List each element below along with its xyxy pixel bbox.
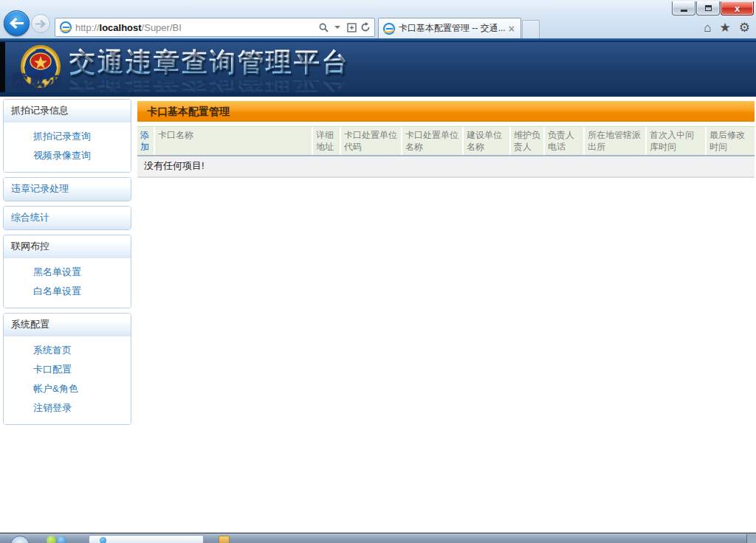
page-content: 抓拍记录信息抓拍记录查询视频录像查询违章记录处理综合统计联网布控黑名单设置白名单… bbox=[0, 92, 756, 533]
url-host: localhost bbox=[100, 22, 142, 33]
sidebar: 抓拍记录信息抓拍记录查询视频录像查询违章记录处理综合统计联网布控黑名单设置白名单… bbox=[3, 99, 131, 429]
browser-window: x http://localhost/Super/BI bbox=[0, 0, 756, 543]
sidebar-group-items: 抓拍记录查询视频录像查询 bbox=[4, 122, 131, 172]
column-header: 卡口处置单位名称 bbox=[402, 127, 464, 155]
sidebar-group: 系统配置系统首页卡口配置帐户&角色注销登录 bbox=[3, 313, 131, 425]
browser-toolbar-icons: ⌂ ★ ⚙ bbox=[704, 20, 750, 36]
taskbar[interactable] bbox=[0, 533, 756, 543]
app-title-reflection: 交通违章查询管理平台 bbox=[69, 80, 350, 92]
sidebar-item[interactable]: 抓拍记录查询 bbox=[4, 127, 131, 146]
url-prefix: http:// bbox=[75, 22, 100, 33]
tab-close-icon[interactable]: × bbox=[507, 24, 516, 34]
sidebar-item[interactable]: 卡口配置 bbox=[4, 360, 131, 379]
table-header-row: 添加 卡口名称详细地址卡口处置单位代码卡口处置单位名称建设单位名称维护负责人负责… bbox=[137, 126, 755, 156]
taskbar-folder-icon[interactable] bbox=[219, 536, 230, 543]
sidebar-item[interactable]: 系统首页 bbox=[4, 341, 131, 360]
favorites-star-icon[interactable]: ★ bbox=[720, 20, 731, 36]
search-icon[interactable] bbox=[317, 21, 329, 34]
close-icon: x bbox=[735, 4, 740, 13]
forward-button[interactable] bbox=[31, 14, 50, 33]
sidebar-group-items: 黑名单设置白名单设置 bbox=[4, 258, 131, 308]
sidebar-item[interactable]: 注销登录 bbox=[4, 398, 131, 418]
forward-arrow-icon bbox=[35, 20, 46, 28]
back-arrow-icon bbox=[10, 18, 24, 29]
column-header: 维护负责人 bbox=[511, 127, 545, 155]
column-header: 详细地址 bbox=[313, 127, 341, 155]
sidebar-group-items: 系统首页卡口配置帐户&角色注销登录 bbox=[4, 336, 131, 424]
column-header: 负责人电话 bbox=[545, 127, 585, 155]
sidebar-item[interactable]: 白名单设置 bbox=[4, 282, 131, 301]
home-icon[interactable]: ⌂ bbox=[704, 20, 711, 36]
column-header: 建设单位名称 bbox=[464, 127, 511, 155]
maximize-button[interactable] bbox=[696, 1, 720, 15]
sidebar-group-header[interactable]: 违章记录处理 bbox=[4, 178, 131, 201]
close-button[interactable]: x bbox=[721, 1, 754, 15]
column-header: 最后修改时间 bbox=[707, 127, 755, 155]
browser-chrome: x http://localhost/Super/BI bbox=[0, 0, 756, 38]
taskbar-app-icon-green[interactable] bbox=[47, 536, 56, 543]
sidebar-group-header[interactable]: 综合统计 bbox=[4, 207, 131, 229]
checkpoint-table: 添加 卡口名称详细地址卡口处置单位代码卡口处置单位名称建设单位名称维护负责人负责… bbox=[137, 126, 755, 178]
taskbar-active-window-button[interactable] bbox=[89, 535, 204, 543]
sidebar-group: 综合统计 bbox=[3, 206, 131, 230]
sidebar-group: 违章记录处理 bbox=[3, 177, 131, 201]
taskbar-ie-icon bbox=[100, 537, 106, 543]
taskbar-app-icon-blue[interactable] bbox=[57, 536, 66, 543]
sidebar-group-header[interactable]: 系统配置 bbox=[4, 314, 131, 336]
maximize-icon bbox=[705, 5, 712, 11]
column-header: 首次入中间库时间 bbox=[647, 127, 707, 155]
banner-title-block: 交通违章查询管理平台 交通违章查询管理平台 bbox=[69, 45, 350, 92]
column-header: 所在地管辖派出所 bbox=[585, 127, 647, 155]
sidebar-group-header[interactable]: 联网布控 bbox=[4, 235, 131, 258]
back-button[interactable] bbox=[4, 10, 30, 36]
sidebar-group: 联网布控黑名单设置白名单设置 bbox=[3, 235, 131, 308]
search-dropdown-caret[interactable] bbox=[331, 21, 343, 34]
browser-tab[interactable]: 卡口基本配置管理 -- 交通... × bbox=[378, 18, 521, 38]
app-title: 交通违章查询管理平台 bbox=[69, 45, 350, 80]
sidebar-group: 抓拍记录信息抓拍记录查询视频录像查询 bbox=[3, 99, 131, 173]
main-panel: 卡口基本配置管理 添加 卡口名称详细地址卡口处置单位代码卡口处置单位名称建设单位… bbox=[137, 101, 755, 178]
empty-message: 没有任何项目! bbox=[137, 156, 755, 177]
compatibility-view-icon[interactable] bbox=[346, 21, 357, 34]
url-text[interactable]: http://localhost/Super/BI bbox=[75, 22, 315, 33]
panel-title-bar: 卡口基本配置管理 bbox=[137, 101, 755, 122]
sidebar-item[interactable]: 视频录像查询 bbox=[4, 146, 131, 165]
minimize-button[interactable] bbox=[672, 1, 695, 15]
refresh-icon[interactable] bbox=[360, 21, 371, 34]
sidebar-item[interactable]: 帐户&角色 bbox=[4, 379, 131, 398]
tab-title: 卡口基本配置管理 -- 交通... bbox=[399, 22, 507, 35]
address-bar[interactable]: http://localhost/Super/BI bbox=[55, 18, 375, 37]
new-tab-button[interactable] bbox=[522, 20, 540, 38]
logo-text: 索威尔 bbox=[12, 70, 63, 91]
column-header: 卡口名称 bbox=[155, 127, 313, 155]
add-link[interactable]: 添加 bbox=[137, 127, 155, 155]
show-desktop-button[interactable] bbox=[746, 534, 756, 543]
tab-ie-icon bbox=[383, 23, 395, 35]
window-controls: x bbox=[671, 1, 754, 15]
app-banner: 索威尔 交通违章查询管理平台 交通违章查询管理平台 bbox=[0, 41, 756, 92]
sidebar-item[interactable]: 黑名单设置 bbox=[4, 263, 131, 282]
column-header: 卡口处置单位代码 bbox=[341, 127, 402, 155]
sidebar-group-header[interactable]: 抓拍记录信息 bbox=[4, 100, 131, 122]
tools-gear-icon[interactable]: ⚙ bbox=[739, 20, 750, 36]
address-bar-icons bbox=[315, 21, 371, 34]
url-path: /Super/BI bbox=[142, 22, 182, 33]
start-orb[interactable] bbox=[10, 536, 30, 543]
minimize-icon bbox=[681, 10, 687, 12]
ie-favicon bbox=[60, 21, 72, 33]
